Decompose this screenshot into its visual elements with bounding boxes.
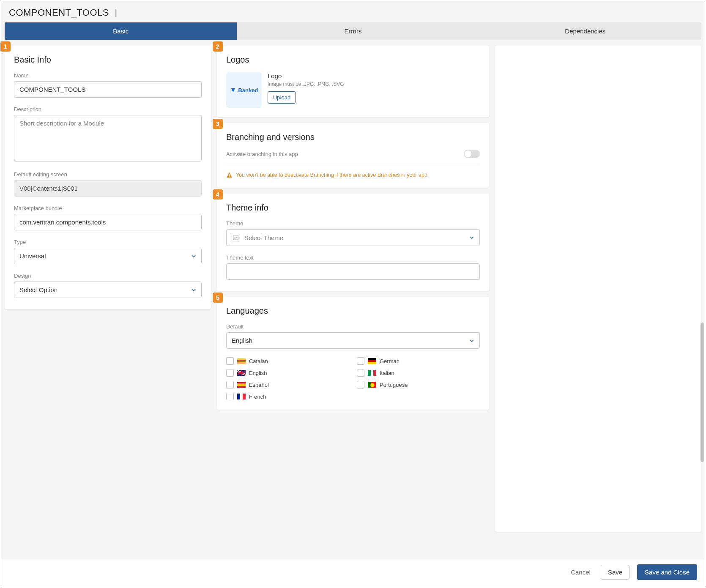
chevron-down-icon (469, 338, 474, 343)
language-label: English (249, 370, 267, 376)
badge-2: 2 (213, 41, 223, 52)
flag-catalan-icon (237, 358, 246, 364)
logo-hint: Image must be .JPG, .PNG, .SVG (268, 81, 344, 87)
footer: Cancel Save Save and Close (1, 558, 705, 587)
theme-text-label: Theme text (226, 254, 480, 261)
scrollbar-thumb[interactable] (701, 323, 704, 462)
languages-card: 5 Languages Default English Catalan (217, 297, 489, 410)
language-label: Portuguese (380, 382, 408, 388)
design-label: Design (14, 273, 202, 279)
page-title: COMPONENT_TOOLS (9, 7, 109, 18)
empty-card (495, 46, 701, 532)
chevron-down-icon (191, 254, 196, 259)
cancel-button[interactable]: Cancel (568, 568, 593, 576)
type-label: Type (14, 239, 202, 245)
flag-spanish-icon (237, 382, 246, 388)
checkbox[interactable] (226, 393, 234, 400)
design-select-value: Select Option (19, 286, 57, 293)
chevron-down-icon (469, 235, 474, 240)
branching-card: 3 Branching and versions Activate branch… (217, 123, 489, 188)
theme-select[interactable]: Select Theme (226, 229, 480, 246)
language-option-catalan[interactable]: Catalan (226, 357, 349, 365)
flag-french-icon (237, 394, 246, 399)
tab-errors[interactable]: Errors (237, 22, 469, 40)
branching-toggle-label: Activate branching in this app (226, 151, 298, 157)
broken-image-icon (232, 234, 240, 241)
type-select[interactable]: Universal (14, 248, 202, 264)
badge-5: 5 (213, 293, 223, 303)
default-screen-input (14, 180, 202, 197)
language-option-italian[interactable]: Italian (357, 369, 480, 377)
bundle-input[interactable] (14, 214, 202, 230)
title-separator: | (115, 8, 117, 17)
language-label: Catalan (249, 358, 268, 364)
checkbox[interactable] (226, 369, 234, 377)
language-label: German (380, 358, 400, 364)
save-button[interactable]: Save (601, 565, 629, 580)
save-and-close-button[interactable]: Save and Close (637, 564, 697, 580)
svg-rect-0 (229, 174, 230, 176)
checkbox[interactable] (226, 357, 234, 365)
theme-text-input[interactable] (226, 263, 480, 280)
name-label: Name (14, 72, 202, 79)
bundle-label: Marketplace bundle (14, 205, 202, 211)
tabs: Basic Errors Dependencies (5, 22, 701, 40)
languages-heading: Languages (226, 306, 480, 316)
tab-basic[interactable]: Basic (5, 22, 237, 40)
theme-card: 4 Theme info Theme Select Theme (217, 194, 489, 291)
language-option-portuguese[interactable]: Portuguese (357, 381, 480, 388)
language-option-french[interactable]: French (226, 393, 349, 400)
default-language-label: Default (226, 323, 480, 330)
theme-heading: Theme info (226, 203, 480, 213)
branching-toggle[interactable] (464, 150, 480, 158)
checkbox[interactable] (357, 369, 364, 377)
type-select-value: Universal (19, 252, 46, 260)
tab-dependencies[interactable]: Dependencies (469, 22, 701, 40)
checkbox[interactable] (357, 357, 364, 365)
language-option-english[interactable]: English (226, 369, 349, 377)
description-textarea[interactable] (14, 115, 202, 161)
name-input[interactable] (14, 81, 202, 98)
svg-rect-1 (229, 176, 230, 177)
logo-thumbnail: ▼ Banked (226, 72, 262, 108)
theme-label: Theme (226, 220, 480, 227)
badge-1: 1 (0, 41, 11, 52)
checkbox[interactable] (357, 381, 364, 388)
header: COMPONENT_TOOLS | (1, 1, 705, 22)
design-select[interactable]: Select Option (14, 282, 202, 298)
basic-info-card: 1 Basic Info Name Description Default ed… (5, 46, 211, 309)
logos-heading: Logos (226, 55, 480, 65)
chevron-down-icon (191, 287, 196, 293)
badge-4: 4 (213, 189, 223, 200)
branching-warning-text: You won't be able to deactivate Branchin… (236, 172, 427, 178)
upload-button[interactable]: Upload (268, 91, 296, 104)
basic-info-heading: Basic Info (14, 55, 202, 65)
default-screen-label: Default editing screen (14, 171, 202, 178)
language-label: Italian (380, 370, 394, 376)
logo-thumb-text: Banked (238, 87, 258, 93)
flag-portuguese-icon (368, 382, 376, 388)
default-language-value: English (232, 337, 252, 344)
default-language-select[interactable]: English (226, 332, 480, 349)
language-option-german[interactable]: German (357, 357, 480, 365)
language-option-spanish[interactable]: Español (226, 381, 349, 388)
svg-rect-2 (233, 235, 238, 240)
logo-label: Logo (268, 72, 344, 79)
checkbox[interactable] (226, 381, 234, 388)
language-label: Español (249, 382, 269, 388)
flag-german-icon (368, 358, 376, 364)
badge-3: 3 (213, 119, 223, 129)
flag-italian-icon (368, 370, 376, 376)
logo-bolt-icon: ▼ (230, 86, 237, 94)
flag-english-icon (237, 370, 246, 376)
warning-icon (226, 172, 233, 178)
description-label: Description (14, 106, 202, 112)
language-label: French (249, 394, 266, 400)
branching-heading: Branching and versions (226, 132, 480, 142)
logos-card: 2 Logos ▼ Banked Logo Image must be .JPG… (217, 46, 489, 117)
theme-select-placeholder: Select Theme (244, 234, 283, 241)
